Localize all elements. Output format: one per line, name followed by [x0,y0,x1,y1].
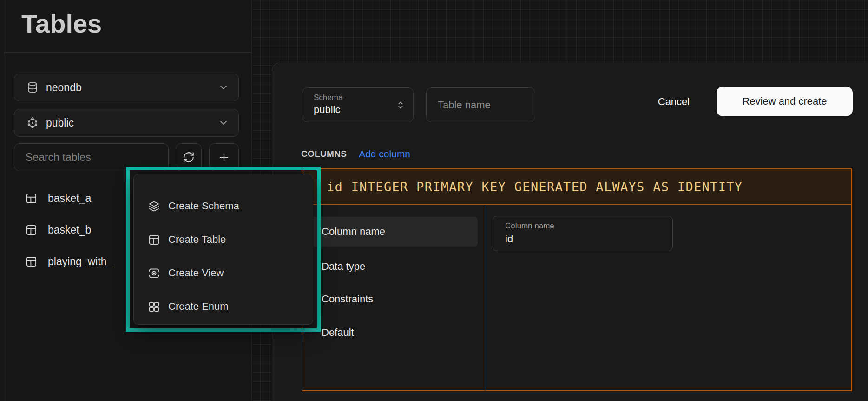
menu-item-create-view[interactable]: Create View [134,256,313,290]
create-menu-highlight: Create Schema Create Table Create View C… [126,167,321,332]
review-and-create-button[interactable]: Review and create [717,87,853,116]
table-icon [25,255,38,268]
chevrons-up-down-icon [395,100,406,110]
editor-nav-data-type[interactable]: Data type [308,252,478,281]
view-icon [148,267,160,280]
schema-select[interactable]: Schema public [302,87,414,122]
schema-sidebar-value: public [46,117,74,129]
editor-nav-label: Default [322,327,354,339]
columns-header-row: COLUMNS Add column [301,147,410,161]
table-icon [25,224,38,236]
menu-item-create-enum[interactable]: Create Enum [134,290,313,323]
tables-page: Schema public Cancel Review and create C… [0,0,868,401]
schema-select-value: public [314,104,340,116]
table-row-label: playing_with_ [48,255,112,268]
editor-nav-column-name[interactable]: Column name [308,217,478,247]
editor-nav-label: Data type [322,261,365,273]
chevron-down-icon [218,82,229,93]
plus-icon [217,151,230,164]
editor-nav-default[interactable]: Default [308,318,478,348]
grid-2x2-icon [148,301,160,313]
editor-nav-constraints[interactable]: Constraints [308,284,478,314]
column-name-field-label: Column name [505,221,554,231]
add-column-link[interactable]: Add column [359,148,410,160]
schema-sidebar-select[interactable]: public [14,109,239,137]
menu-item-label: Create Table [168,234,226,246]
editor-nav-label: Column name [322,226,385,238]
column-name-input[interactable] [505,233,658,245]
schema-select-label: Schema [314,93,342,102]
table-row-label: basket_a [48,192,91,205]
column-editor: id INTEGER PRIMARY KEY GENERATED ALWAYS … [302,168,852,391]
sidebar-divider [4,52,252,53]
column-sql-preview-row[interactable]: id INTEGER PRIMARY KEY GENERATED ALWAYS … [302,169,851,205]
create-menu: Create Schema Create Table Create View C… [133,174,313,325]
column-name-field: Column name [493,216,673,251]
cancel-button[interactable]: Cancel [644,91,704,113]
table-icon [148,234,160,246]
menu-item-create-schema[interactable]: Create Schema [134,189,313,223]
table-name-input[interactable] [426,87,535,122]
sidebar-title: Tables [21,8,102,39]
menu-item-label: Create Enum [168,301,229,313]
database-icon [26,81,39,94]
schema-icon [26,117,39,129]
sidebar-edge-line [4,0,4,401]
column-sql-preview: id INTEGER PRIMARY KEY GENERATED ALWAYS … [327,180,743,194]
editor-nav-label: Constraints [322,293,373,305]
editor-divider [485,205,485,390]
table-row-label: basket_b [48,224,91,236]
refresh-icon [183,151,195,163]
layers-icon [148,200,160,213]
database-select[interactable]: neondb [14,74,239,101]
menu-item-label: Create View [168,267,224,279]
menu-item-label: Create Schema [168,200,239,212]
database-select-value: neondb [46,81,82,94]
chevron-down-icon [218,117,229,128]
columns-heading: COLUMNS [301,149,347,159]
table-icon [25,192,38,205]
menu-item-create-table[interactable]: Create Table [134,223,313,256]
